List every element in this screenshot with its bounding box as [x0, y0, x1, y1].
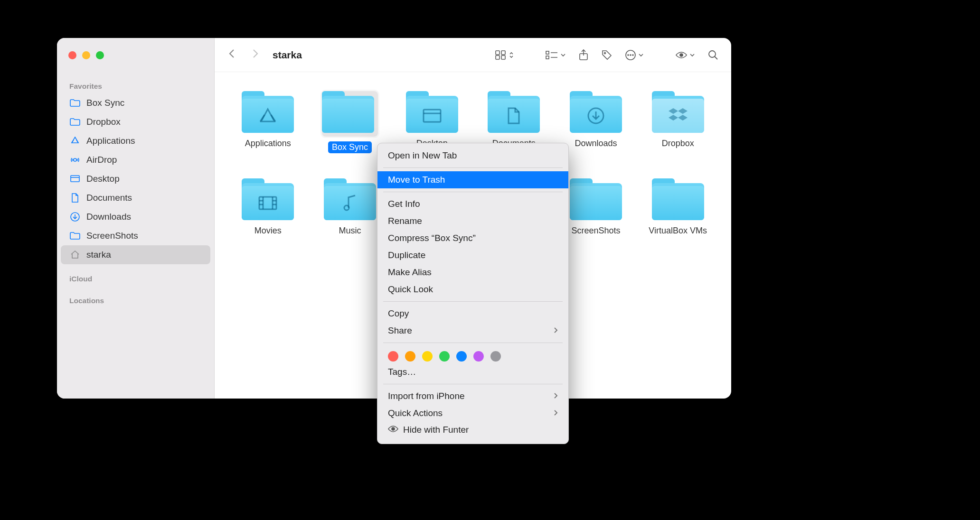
context-menu-item[interactable]: Quick Actions	[377, 405, 568, 422]
group-button[interactable]	[542, 48, 569, 62]
svg-rect-1	[71, 176, 79, 182]
context-menu-item[interactable]: Compress “Box Sync”	[377, 230, 568, 247]
sidebar-item-label: Desktop	[86, 174, 120, 184]
context-menu-item[interactable]: Copy	[377, 305, 568, 322]
context-menu-label: Move to Trash	[388, 175, 445, 185]
tag-color-dot[interactable]	[490, 351, 501, 362]
context-menu-label: Import from iPhone	[388, 391, 465, 401]
search-button[interactable]	[705, 47, 722, 63]
context-menu-label: Make Alias	[388, 267, 432, 278]
file-name-label: Music	[335, 225, 365, 237]
sidebar-item-screenshots[interactable]: ScreenShots	[61, 226, 210, 245]
context-menu-label: Get Info	[388, 199, 420, 209]
sidebar-item-box-sync[interactable]: Box Sync	[61, 93, 210, 112]
home-icon	[69, 249, 81, 260]
context-menu-separator	[383, 192, 563, 192]
tag-color-dot[interactable]	[422, 351, 433, 362]
context-menu-separator	[383, 343, 563, 343]
context-menu-separator	[383, 167, 563, 168]
sidebar: Favorites Box Sync Dropbox Applications …	[57, 38, 215, 399]
downloads-icon	[69, 211, 81, 223]
folder-icon	[570, 178, 622, 220]
context-menu-item[interactable]: Tags…	[377, 363, 568, 381]
svg-rect-7	[546, 51, 549, 54]
sidebar-section-locations: Locations	[57, 297, 214, 308]
context-menu-item[interactable]: Hide with Funter	[377, 422, 568, 438]
context-menu-item[interactable]: Get Info	[377, 195, 568, 213]
svg-point-12	[628, 55, 629, 56]
sidebar-item-airdrop[interactable]: AirDrop	[61, 150, 210, 169]
svg-point-14	[632, 55, 633, 56]
folder-icon	[69, 116, 81, 128]
context-menu-tags-row	[377, 346, 568, 363]
context-menu-item[interactable]: Move to Trash	[377, 171, 568, 188]
folder-icon	[322, 91, 378, 137]
svg-rect-3	[496, 51, 499, 55]
file-item[interactable]: Applications	[229, 91, 307, 176]
svg-point-20	[344, 205, 349, 210]
file-name-label: VirtualBox VMs	[645, 225, 711, 237]
chevron-down-icon	[689, 52, 695, 58]
context-menu-label: Open in New Tab	[388, 150, 457, 161]
share-button[interactable]	[575, 47, 592, 63]
context-menu-item[interactable]: Open in New Tab	[377, 147, 568, 164]
minimize-window-button[interactable]	[82, 51, 90, 59]
document-icon	[69, 192, 81, 204]
sidebar-item-desktop[interactable]: Desktop	[61, 169, 210, 188]
svg-rect-17	[424, 110, 441, 122]
context-menu: Open in New TabMove to TrashGet InfoRena…	[377, 143, 569, 444]
context-menu-item[interactable]: Import from iPhone	[377, 388, 568, 405]
file-item[interactable]: Dropbox	[639, 91, 717, 176]
svg-rect-5	[496, 56, 499, 59]
close-window-button[interactable]	[68, 51, 76, 59]
context-menu-separator	[383, 384, 563, 384]
chevron-right-icon	[553, 325, 558, 336]
visibility-button[interactable]	[672, 49, 698, 61]
svg-rect-4	[501, 51, 505, 55]
sidebar-item-documents[interactable]: Documents	[61, 188, 210, 207]
sidebar-item-label: Downloads	[86, 212, 131, 222]
svg-rect-8	[546, 56, 549, 59]
chevron-down-icon	[560, 52, 566, 58]
file-name-label: Applications	[241, 138, 295, 149]
context-menu-label: Quick Actions	[388, 408, 443, 418]
folder-icon	[406, 91, 458, 133]
tag-color-dot[interactable]	[473, 351, 484, 362]
context-menu-item[interactable]: Make Alias	[377, 264, 568, 281]
toolbar: starka	[215, 38, 731, 72]
svg-rect-6	[501, 56, 505, 59]
zoom-window-button[interactable]	[96, 51, 104, 59]
context-menu-item[interactable]: Duplicate	[377, 247, 568, 264]
svg-point-13	[630, 55, 631, 56]
tag-color-dot[interactable]	[405, 351, 415, 362]
folder-icon	[652, 178, 704, 220]
view-grid-button[interactable]	[492, 48, 517, 62]
svg-point-10	[604, 52, 606, 54]
desktop-icon	[69, 173, 81, 185]
file-item[interactable]: VirtualBox VMs	[639, 178, 717, 264]
file-item[interactable]: Movies	[229, 178, 307, 264]
context-menu-item[interactable]: Rename	[377, 213, 568, 230]
file-name-label: Box Sync	[328, 141, 372, 153]
tag-button[interactable]	[598, 47, 615, 63]
context-menu-item[interactable]: Share	[377, 322, 568, 339]
sidebar-item-applications[interactable]: Applications	[61, 131, 210, 150]
file-name-label: Downloads	[571, 138, 621, 149]
sidebar-item-label: starka	[86, 250, 111, 260]
tag-color-dot[interactable]	[439, 351, 450, 362]
chevron-right-icon	[553, 408, 558, 418]
context-menu-item[interactable]: Quick Look	[377, 281, 568, 298]
tag-color-dot[interactable]	[388, 351, 398, 362]
context-menu-label: Tags…	[388, 367, 416, 377]
back-button[interactable]	[224, 46, 240, 64]
sidebar-item-starka[interactable]: starka	[61, 245, 210, 264]
tag-color-dot[interactable]	[456, 351, 467, 362]
sidebar-item-dropbox[interactable]: Dropbox	[61, 112, 210, 131]
context-menu-label: Rename	[388, 216, 422, 226]
more-button[interactable]	[622, 47, 647, 63]
file-name-label: Movies	[251, 225, 285, 237]
sidebar-item-downloads[interactable]: Downloads	[61, 207, 210, 226]
forward-button[interactable]	[247, 46, 263, 64]
svg-point-16	[709, 51, 716, 57]
eye-icon	[388, 425, 398, 435]
